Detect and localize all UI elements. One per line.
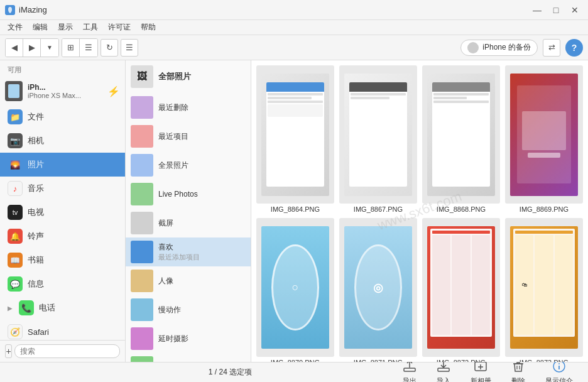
file-panel-item-8[interactable]: 慢动作 <box>126 295 251 324</box>
grid-view-button[interactable]: ⊞ <box>62 39 80 57</box>
svg-rect-1 <box>404 368 415 371</box>
sort-button[interactable]: ☰ <box>121 39 138 57</box>
folder-icon: 📁 <box>8 109 23 124</box>
album-thumb-8 <box>131 298 153 321</box>
photo-panel: www.sx6t.com <box>251 60 588 362</box>
sidebar-label-messages: 信息 <box>28 278 44 290</box>
nav-dropdown-button[interactable]: ▼ <box>41 39 58 57</box>
camera-icon: 📷 <box>8 133 23 148</box>
sidebar-footer: + <box>0 340 125 362</box>
menubar: 文件编辑显示工具许可证帮助 <box>0 20 588 35</box>
status-count: 1 / 24 选定项 <box>209 367 252 378</box>
photo-label-8872: IMG_8872.PNG <box>437 359 486 362</box>
help-button[interactable]: ? <box>565 39 583 57</box>
file-panel-scroll: 🖼 全部照片 最近删除 最近项目 全景照 <box>126 60 251 362</box>
file-panel-item-1[interactable]: 最近删除 <box>126 93 251 122</box>
photo-thumb-8864 <box>256 65 334 204</box>
sidebar-label-ringtone: 铃声 <box>28 231 44 242</box>
back-button[interactable]: ◀ <box>6 39 23 57</box>
album-text-6: 喜欢 最近添加项目 <box>158 242 246 262</box>
album-text-5: 截屏 <box>158 218 246 229</box>
sidebar-item-tv[interactable]: tv 电视 <box>0 200 125 224</box>
photo-item-8870[interactable]: ○ IMG_8870.PNG <box>256 218 334 362</box>
photo-thumb-8871: ◎ <box>339 218 417 356</box>
menu-item-工具[interactable]: 工具 <box>78 21 103 34</box>
file-panel: 🖼 全部照片 最近删除 最近项目 全景照 <box>126 60 251 362</box>
device-badge[interactable]: iPhone 的备份 <box>460 40 538 56</box>
photo-item-8867[interactable]: IMG_8867.PNG <box>339 65 417 213</box>
file-panel-item-5[interactable]: 截屏 <box>126 209 251 237</box>
album-thumb-2 <box>131 125 153 148</box>
messages-icon: 💬 <box>8 276 23 292</box>
file-panel-header[interactable]: 🖼 全部照片 <box>126 60 251 93</box>
album-thumb-5 <box>131 212 153 234</box>
list-view-button[interactable]: ☰ <box>80 39 97 57</box>
file-panel-item-9[interactable]: 延时摄影 <box>126 324 251 353</box>
photo-item-8868[interactable]: IMG_8868.PNG <box>422 65 500 213</box>
device-info: iPh... iPhone XS Max... <box>28 83 102 99</box>
file-panel-item-6[interactable]: 喜欢 最近添加项目 <box>126 237 251 266</box>
tv-icon: tv <box>8 205 23 220</box>
sidebar-item-safari[interactable]: 🧭 Safari <box>0 320 125 340</box>
file-panel-item-10[interactable]: 视频 <box>126 353 251 362</box>
file-panel-item-7[interactable]: 人像 <box>126 266 251 295</box>
add-button[interactable]: + <box>5 344 12 358</box>
sidebar-label-books: 书籍 <box>28 254 44 266</box>
photo-item-8873[interactable]: 🛍 IMG_8873.PNG <box>505 218 583 362</box>
album-text-1: 最近删除 <box>158 102 246 113</box>
sidebar-label-music: 音乐 <box>28 183 44 194</box>
menu-item-编辑[interactable]: 编辑 <box>28 21 53 34</box>
menu-item-显示[interactable]: 显示 <box>53 21 78 34</box>
all-photos-title: 全部照片 <box>158 71 246 82</box>
minimize-button[interactable]: — <box>529 4 545 16</box>
app-title: iMazing <box>19 5 47 14</box>
album-text-2: 最近项目 <box>158 131 246 142</box>
photo-grid: IMG_8864.PNG <box>256 65 583 362</box>
main-area: 可用 iPh... iPhone XS Max... ⚡ 📁 文件 📷 相机 <box>0 60 588 362</box>
photo-item-8864[interactable]: IMG_8864.PNG <box>256 65 334 213</box>
toolbar: ◀ ▶ ▼ ⊞ ☰ ↻ ☰ iPhone 的备份 ⇄ ? <box>0 35 588 60</box>
close-button[interactable]: ✕ <box>567 4 583 16</box>
info-label: 显示信介 <box>545 376 573 383</box>
file-panel-item-live[interactable]: Live Photos <box>126 180 251 209</box>
album-thumb-10 <box>131 356 153 362</box>
sidebar-item-books[interactable]: 📖 书籍 <box>0 248 125 272</box>
books-icon: 📖 <box>8 253 23 268</box>
album-thumb-9 <box>131 327 153 350</box>
chevron-right-icon: ▶ <box>8 305 13 312</box>
window-controls: — □ ✕ <box>529 4 583 16</box>
photo-item-8871[interactable]: ◎ IMG_8871.PNG <box>339 218 417 362</box>
sidebar-item-photos[interactable]: 🌄 照片 <box>0 153 125 177</box>
sidebar-item-files[interactable]: 📁 文件 <box>0 105 125 129</box>
sidebar-item-messages[interactable]: 💬 信息 <box>0 272 125 296</box>
photo-label-8864: IMG_8864.PNG <box>271 205 320 213</box>
photo-thumb-8873: 🛍 <box>505 218 583 356</box>
nav-buttons: ◀ ▶ ▼ <box>5 38 59 57</box>
sidebar-item-camera[interactable]: 📷 相机 <box>0 129 125 153</box>
sync-button[interactable]: ⇄ <box>543 39 560 57</box>
menu-item-帮助[interactable]: 帮助 <box>136 21 161 34</box>
svg-point-5 <box>558 363 560 364</box>
sidebar-device[interactable]: iPh... iPhone XS Max... ⚡ <box>0 77 125 105</box>
photo-label-8868: IMG_8868.PNG <box>437 205 486 213</box>
sidebar-label-safari: Safari <box>28 327 49 337</box>
album-text-live: Live Photos <box>158 190 246 199</box>
photo-item-8869[interactable]: IMG_8869.PNG <box>505 65 583 213</box>
refresh-button[interactable]: ↻ <box>101 39 118 57</box>
photo-label-8870: IMG_8870.PNG <box>271 359 320 362</box>
menu-item-许可证[interactable]: 许可证 <box>103 21 136 34</box>
menu-item-文件[interactable]: 文件 <box>3 21 28 34</box>
sidebar-item-phone[interactable]: ▶ 📞 电话 <box>0 296 125 320</box>
maximize-button[interactable]: □ <box>548 4 564 16</box>
sidebar-scroll: 📁 文件 📷 相机 🌄 照片 ♪ 音乐 tv 电视 <box>0 105 125 340</box>
file-panel-item-2[interactable]: 最近项目 <box>126 122 251 151</box>
sidebar-item-ringtone[interactable]: 🔔 铃声 <box>0 224 125 248</box>
forward-button[interactable]: ▶ <box>23 39 41 57</box>
all-photos-text: 全部照片 <box>158 71 246 82</box>
album-text-3: 全景照片 <box>158 160 246 171</box>
sidebar-item-music[interactable]: ♪ 音乐 <box>0 177 125 200</box>
search-input[interactable] <box>14 344 120 358</box>
album-thumb-live <box>131 183 153 205</box>
file-panel-item-3[interactable]: 全景照片 <box>126 151 251 180</box>
photo-item-8872[interactable]: IMG_8872.PNG <box>422 218 500 362</box>
